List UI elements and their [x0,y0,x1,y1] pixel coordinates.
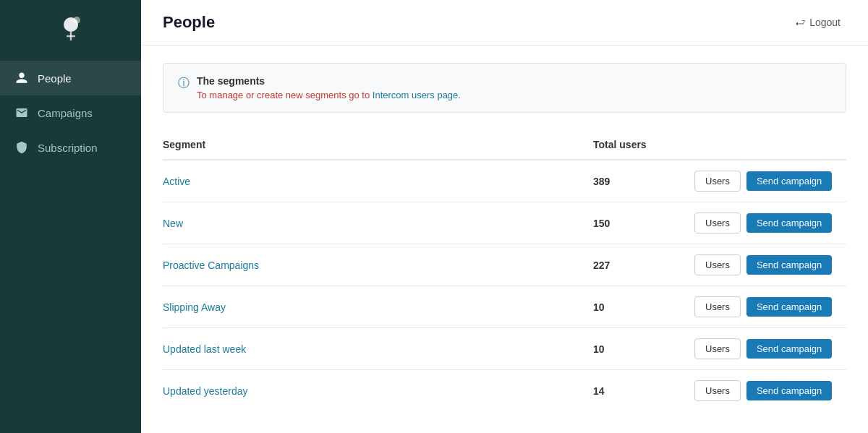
sidebar-item-campaigns-label: Campaigns [38,107,93,119]
info-desc-suffix: . [458,90,461,100]
column-segment: Segment [163,139,593,150]
column-total-users: Total users [593,139,694,150]
sidebar-item-people[interactable]: People [0,61,141,95]
sidebar-item-campaigns[interactable]: Campaigns [0,95,141,130]
send-campaign-button-3[interactable]: Send campaign [746,297,832,317]
segment-actions-5: Users Send campaign [694,380,846,401]
segment-actions-3: Users Send campaign [694,296,846,317]
intercom-users-link[interactable]: Intercom users page [373,90,459,100]
users-button-3[interactable]: Users [694,296,741,317]
table-row: Active 389 Users Send campaign [163,160,846,202]
users-button-5[interactable]: Users [694,380,741,401]
segment-name-1[interactable]: New [163,218,593,229]
segment-count-5: 14 [593,385,694,397]
person-icon [14,71,29,85]
page-content: ⓘ The segments To manage or create new s… [141,46,868,429]
send-campaign-button-4[interactable]: Send campaign [746,339,832,359]
mail-icon [14,106,29,120]
send-campaign-button-5[interactable]: Send campaign [746,381,832,400]
send-campaign-button-2[interactable]: Send campaign [746,255,832,275]
logout-label: Logout [809,17,841,28]
users-button-2[interactable]: Users [694,254,741,275]
segment-count-2: 227 [593,260,694,271]
segment-name-3[interactable]: Slipping Away [163,301,593,313]
sidebar-item-subscription-label: Subscription [38,142,98,154]
segment-name-5[interactable]: Updated yesterday [163,385,593,397]
segment-actions-0: Users Send campaign [694,171,846,192]
segment-actions-4: Users Send campaign [694,338,846,359]
info-desc-prefix: To manage or create new segments go to [197,90,373,100]
logout-icon: ⮐ [795,17,805,28]
segment-count-3: 10 [593,301,694,313]
sidebar-nav: People Campaigns Subscription [0,55,141,165]
sidebar-item-people-label: People [38,72,72,85]
users-button-0[interactable]: Users [694,171,741,192]
segment-count-4: 10 [593,343,694,355]
logout-button[interactable]: ⮐ Logout [789,14,846,31]
info-box: ⓘ The segments To manage or create new s… [163,63,846,113]
svg-point-1 [73,17,80,24]
send-campaign-button-1[interactable]: Send campaign [746,213,832,233]
table-row: Slipping Away 10 Users Send campaign [163,286,846,328]
info-box-description: To manage or create new segments go to I… [197,90,461,100]
shield-icon [14,140,29,155]
table-row: Proactive Campaigns 227 Users Send campa… [163,244,846,286]
segment-count-1: 150 [593,218,694,229]
segment-name-2[interactable]: Proactive Campaigns [163,260,593,271]
segment-count-0: 389 [593,176,694,187]
segment-actions-1: Users Send campaign [694,213,846,233]
info-icon: ⓘ [178,76,190,91]
table-row: Updated yesterday 14 Users Send campaign [163,370,846,411]
app-logo [0,0,141,55]
table-body: Active 389 Users Send campaign New 150 U… [163,160,846,411]
users-button-1[interactable]: Users [694,213,741,233]
page-header: People ⮐ Logout [141,0,868,46]
sidebar-item-subscription[interactable]: Subscription [0,130,141,165]
table-header: Segment Total users [163,133,846,160]
sidebar: People Campaigns Subscription [0,0,141,433]
main-content: People ⮐ Logout ⓘ The segments To manage… [141,0,868,433]
segment-actions-2: Users Send campaign [694,254,846,275]
page-title: People [163,13,215,32]
segment-name-0[interactable]: Active [163,176,593,187]
info-box-content: The segments To manage or create new seg… [197,75,461,100]
info-box-title: The segments [197,75,461,87]
table-row: Updated last week 10 Users Send campaign [163,328,846,370]
table-row: New 150 Users Send campaign [163,202,846,244]
segment-name-4[interactable]: Updated last week [163,343,593,355]
send-campaign-button-0[interactable]: Send campaign [746,171,832,191]
users-button-4[interactable]: Users [694,338,741,359]
